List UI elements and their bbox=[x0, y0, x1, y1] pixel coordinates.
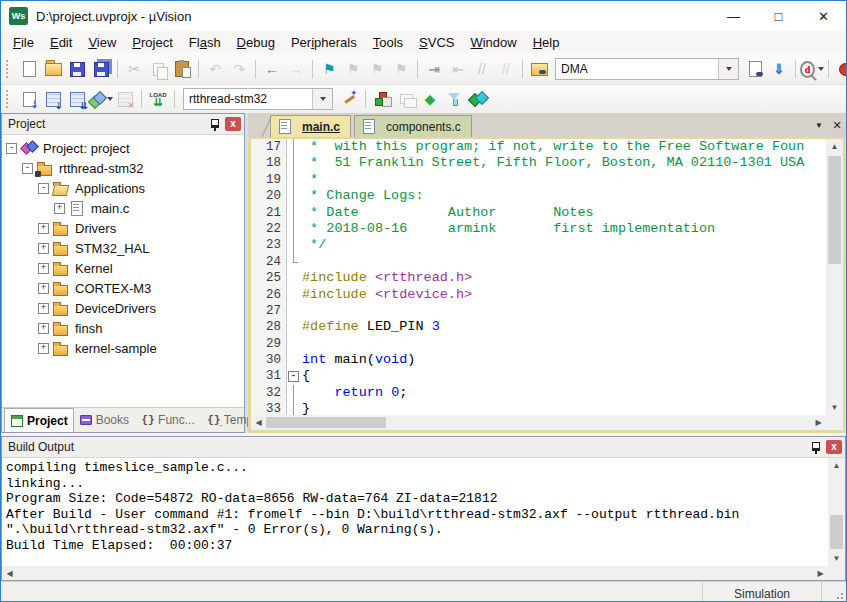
tree-item-applications[interactable]: -Applications bbox=[2, 178, 244, 198]
build-vscrollbar[interactable]: ▲ ▼ bbox=[828, 458, 845, 566]
manage-project-items-button[interactable] bbox=[370, 88, 394, 110]
scroll-down-arrow-icon[interactable]: ▼ bbox=[826, 400, 843, 415]
menu-item-flash[interactable]: Flash bbox=[181, 33, 229, 52]
next-bookmark-button[interactable]: ⚑ bbox=[365, 58, 389, 80]
cut-button[interactable]: ✂ bbox=[122, 58, 146, 80]
menu-item-peripherals[interactable]: Peripherals bbox=[283, 33, 365, 52]
menu-item-window[interactable]: Window bbox=[462, 33, 524, 52]
expand-icon[interactable]: + bbox=[38, 323, 49, 334]
stop-build-button[interactable] bbox=[113, 88, 137, 110]
outdent-button[interactable]: ⇤ bbox=[446, 58, 470, 80]
tab-list-dropdown-button[interactable]: ▼ bbox=[810, 116, 828, 134]
scroll-left-arrow-icon[interactable]: ◀ bbox=[251, 415, 266, 430]
clear-bookmarks-button[interactable]: ⚑ bbox=[389, 58, 413, 80]
vscroll-thumb[interactable] bbox=[828, 156, 841, 264]
pin-icon[interactable] bbox=[209, 118, 220, 131]
menu-item-debug[interactable]: Debug bbox=[229, 33, 283, 52]
expand-icon[interactable]: + bbox=[38, 243, 49, 254]
build-button[interactable] bbox=[41, 88, 65, 110]
target-combobox[interactable]: rtthread-stm32 bbox=[183, 88, 333, 110]
close-button[interactable]: ✕ bbox=[801, 1, 846, 31]
batch-build-button[interactable] bbox=[89, 88, 113, 110]
editor-close-button[interactable]: ✕ bbox=[828, 116, 846, 134]
start-stop-debug-session-button[interactable]: d bbox=[800, 58, 824, 80]
navigate-forward-button[interactable]: → bbox=[284, 58, 308, 80]
redo-button[interactable]: ↷ bbox=[227, 58, 251, 80]
multi-project-workspace-button[interactable] bbox=[394, 88, 418, 110]
scroll-right-arrow-icon[interactable]: ▶ bbox=[813, 566, 828, 581]
pin-icon[interactable] bbox=[810, 441, 821, 454]
find-in-files-button[interactable] bbox=[527, 58, 551, 80]
incremental-find-button[interactable]: ⇓ bbox=[767, 58, 791, 80]
tree-item-rtthread-stm32[interactable]: -rtthread-stm32 bbox=[2, 158, 244, 178]
tree-item-kernel[interactable]: +Kernel bbox=[2, 258, 244, 278]
tree-item-devicedrivers[interactable]: +DeviceDrivers bbox=[2, 298, 244, 318]
fold-marker[interactable] bbox=[287, 368, 300, 384]
open-file-button[interactable] bbox=[41, 58, 65, 80]
resize-grip[interactable] bbox=[821, 582, 846, 602]
tree-item-stm32-hal[interactable]: +STM32_HAL bbox=[2, 238, 244, 258]
save-all-button[interactable] bbox=[89, 58, 113, 80]
translate-file-button[interactable] bbox=[17, 88, 41, 110]
editor-hscrollbar[interactable]: ◀ ▶ bbox=[251, 415, 843, 430]
editor-vscrollbar[interactable]: ▲ ▼ bbox=[826, 139, 843, 415]
tree-item-main-c[interactable]: +main.c bbox=[2, 198, 244, 218]
toggle-bookmark-button[interactable]: ⚑ bbox=[317, 58, 341, 80]
build-output-lines[interactable]: compiling timeslice_sample.c...linking..… bbox=[2, 458, 828, 566]
scroll-down-arrow-icon[interactable]: ▼ bbox=[828, 551, 845, 566]
comment-selection-button[interactable]: // bbox=[470, 58, 494, 80]
tree-item-drivers[interactable]: +Drivers bbox=[2, 218, 244, 238]
panel-tab-func[interactable]: Func... bbox=[136, 411, 200, 429]
code-lines[interactable]: 17 * with this program; if not, write to… bbox=[251, 139, 826, 415]
collapse-icon[interactable]: - bbox=[38, 183, 49, 194]
menu-item-tools[interactable]: Tools bbox=[365, 33, 411, 52]
paste-button[interactable] bbox=[170, 58, 194, 80]
expand-icon[interactable]: + bbox=[38, 303, 49, 314]
project-panel-close-button[interactable]: x bbox=[225, 117, 241, 131]
find-dialog-button[interactable] bbox=[743, 58, 767, 80]
minimize-button[interactable]: — bbox=[711, 1, 756, 31]
menu-item-edit[interactable]: Edit bbox=[42, 33, 80, 52]
options-for-target-button[interactable] bbox=[337, 88, 361, 110]
panel-tab-project[interactable]: Project bbox=[4, 408, 74, 432]
vscroll-thumb[interactable] bbox=[830, 515, 843, 549]
panel-tab-books[interactable]: Books bbox=[74, 411, 134, 429]
build-output-close-button[interactable]: x bbox=[826, 440, 842, 454]
expand-icon[interactable]: + bbox=[38, 263, 49, 274]
collapse-icon[interactable]: - bbox=[6, 143, 17, 154]
download-button[interactable]: LOAD⇊ bbox=[146, 88, 170, 110]
tree-item-project-project[interactable]: -Project: project bbox=[2, 138, 244, 158]
hscroll-thumb[interactable] bbox=[266, 417, 386, 428]
select-software-packs-button[interactable] bbox=[442, 88, 466, 110]
expand-icon[interactable]: + bbox=[38, 283, 49, 294]
pack-installer-button[interactable] bbox=[466, 88, 490, 110]
tree-item-finsh[interactable]: +finsh bbox=[2, 318, 244, 338]
toolbar-grip[interactable] bbox=[6, 90, 11, 108]
scroll-left-arrow-icon[interactable]: ◀ bbox=[2, 566, 17, 581]
editor-tab-main-c[interactable]: main.c bbox=[270, 115, 351, 137]
navigate-back-button[interactable]: ← bbox=[260, 58, 284, 80]
expand-icon[interactable]: + bbox=[38, 343, 49, 354]
rebuild-all-button[interactable] bbox=[65, 88, 89, 110]
scroll-up-arrow-icon[interactable]: ▲ bbox=[826, 139, 843, 154]
menu-item-view[interactable]: View bbox=[80, 33, 124, 52]
scroll-up-arrow-icon[interactable]: ▲ bbox=[828, 458, 845, 473]
menu-item-project[interactable]: Project bbox=[124, 33, 180, 52]
menu-item-svcs[interactable]: SVCS bbox=[411, 33, 462, 52]
maximize-button[interactable]: □ bbox=[756, 1, 801, 31]
target-combobox-dropdown-button[interactable] bbox=[312, 89, 332, 109]
previous-bookmark-button[interactable]: ⚑ bbox=[341, 58, 365, 80]
menu-item-file[interactable]: File bbox=[5, 33, 42, 52]
build-hscrollbar[interactable]: ◀ ▶ bbox=[2, 566, 845, 580]
uncomment-selection-button[interactable]: // bbox=[494, 58, 518, 80]
insert-remove-breakpoint-button[interactable] bbox=[833, 58, 846, 80]
collapse-icon[interactable]: - bbox=[22, 163, 33, 174]
expand-icon[interactable]: + bbox=[38, 223, 49, 234]
tree-item-kernel-sample[interactable]: +kernel-sample bbox=[2, 338, 244, 358]
new-file-button[interactable] bbox=[17, 58, 41, 80]
copy-button[interactable] bbox=[146, 58, 170, 80]
expand-icon[interactable]: + bbox=[54, 203, 65, 214]
indent-button[interactable]: ⇥ bbox=[422, 58, 446, 80]
search-combobox[interactable]: DMA bbox=[555, 58, 739, 80]
search-combobox-dropdown-button[interactable] bbox=[718, 59, 738, 79]
